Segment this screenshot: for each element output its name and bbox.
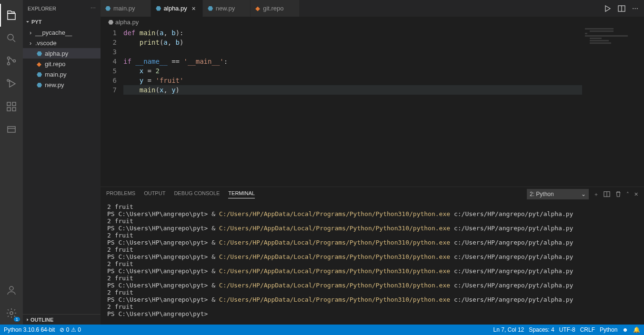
python-file-icon: ⬣ (108, 19, 113, 26)
split-editor-icon[interactable] (618, 5, 625, 12)
tab-main.py[interactable]: ⬣main.py× (101, 0, 151, 17)
tree-item-alpha.py[interactable]: ⬣alpha.py (23, 48, 101, 59)
project-header[interactable]: PYT (23, 17, 101, 27)
svg-point-1 (8, 57, 10, 59)
status-encoding[interactable]: UTF-8 (559, 326, 575, 333)
sidebar-more-icon[interactable]: ⋯ (91, 5, 96, 11)
close-icon[interactable]: × (190, 5, 198, 12)
svg-point-0 (8, 34, 13, 40)
extensions-icon[interactable] (0, 95, 23, 118)
sidebar-title: EXPLORER (28, 6, 56, 11)
tab-git.repo[interactable]: ◆git.repo× (251, 0, 299, 17)
explorer-icon[interactable] (0, 4, 23, 27)
terminal-select[interactable]: 2: Python ⌄ (527, 189, 589, 199)
split-terminal-icon[interactable] (604, 191, 610, 197)
svg-point-10 (10, 286, 13, 290)
tree-item-.vscode[interactable]: ›.vscode (23, 38, 101, 48)
svg-point-2 (8, 63, 10, 65)
svg-rect-9 (8, 127, 15, 132)
panel-tab-problems[interactable]: PROBLEMS (106, 190, 135, 198)
settings-icon[interactable]: 1 (0, 302, 23, 325)
search-icon[interactable] (0, 27, 23, 49)
status-spaces[interactable]: Spaces: 4 (529, 326, 554, 333)
breadcrumbs[interactable]: ⬣ alpha.py (101, 17, 644, 27)
status-problems[interactable]: ⊘ 0 ⚠ 0 (60, 326, 80, 333)
outline-section[interactable]: OUTLINE (23, 314, 101, 325)
svg-rect-6 (7, 108, 10, 111)
maximize-panel-icon[interactable]: ˄ (626, 191, 629, 197)
svg-rect-8 (12, 102, 16, 106)
editor[interactable]: 1234567 def main(a, b): print(a, b) if _… (101, 27, 644, 187)
sidebar: EXPLORER ⋯ PYT ›__pycache__›.vscode⬣alph… (23, 0, 101, 325)
svg-point-11 (10, 312, 13, 315)
panel-tab-output[interactable]: OUTPUT (144, 190, 165, 198)
svg-rect-5 (7, 102, 10, 106)
tree-item-__pycache__[interactable]: ›__pycache__ (23, 27, 101, 38)
status-bar: Python 3.10.6 64-bit ⊘ 0 ⚠ 0 Ln 7, Col 1… (0, 325, 644, 335)
tree-item-git.repo[interactable]: ◆git.repo (23, 59, 101, 69)
file-tree: ›__pycache__›.vscode⬣alpha.py◆git.repo⬣m… (23, 27, 101, 314)
close-panel-icon[interactable]: ✕ (634, 191, 638, 197)
terminal[interactable]: 2 fruitPS C:\Users\HP\angrepo\pyt> & C:/… (101, 201, 644, 325)
feedback-icon[interactable]: ☻ (622, 326, 628, 333)
status-python[interactable]: Python 3.10.6 64-bit (4, 326, 55, 333)
trash-icon[interactable] (615, 191, 622, 197)
panel-tab-terminal[interactable]: TERMINAL (228, 190, 255, 198)
status-cursor[interactable]: Ln 7, Col 12 (493, 326, 524, 333)
status-eol[interactable]: CRLF (580, 326, 595, 333)
new-terminal-icon[interactable]: ＋ (594, 191, 599, 198)
tree-item-new.py[interactable]: ⬣new.py (23, 79, 101, 90)
debug-icon[interactable] (0, 72, 23, 95)
source-control-icon[interactable] (0, 49, 23, 72)
svg-rect-7 (12, 108, 16, 111)
misc-icon[interactable] (0, 118, 23, 141)
tab-alpha.py[interactable]: ⬣alpha.py× (151, 0, 203, 17)
more-icon[interactable]: ⋯ (632, 5, 638, 12)
chevron-down-icon: ⌄ (581, 191, 586, 197)
tab-new.py[interactable]: ⬣new.py× (203, 0, 251, 17)
panel: PROBLEMSOUTPUTDEBUG CONSOLETERMINAL 2: P… (101, 187, 644, 325)
activity-bar: 1 (0, 0, 23, 325)
status-lang[interactable]: Python (600, 326, 617, 333)
tab-bar: ⬣main.py×⬣alpha.py×⬣new.py×◆git.repo× ⋯ (101, 0, 644, 17)
panel-tab-debug-console[interactable]: DEBUG CONSOLE (174, 190, 220, 198)
account-icon[interactable] (0, 279, 23, 302)
svg-point-3 (13, 60, 16, 62)
run-icon[interactable] (604, 5, 611, 12)
notifications-icon[interactable]: 🔔 (633, 326, 640, 333)
tree-item-main.py[interactable]: ⬣main.py (23, 69, 101, 79)
svg-point-4 (7, 79, 9, 81)
